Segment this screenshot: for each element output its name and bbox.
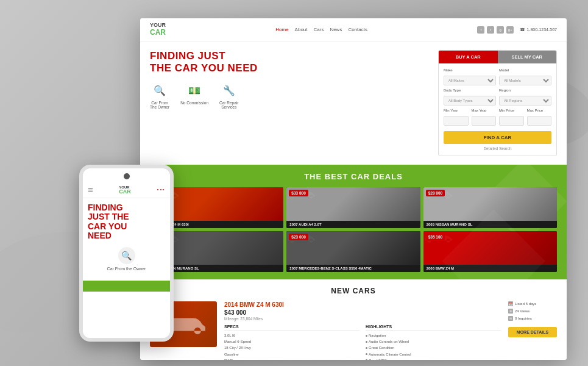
new-cars-title: NEW CARS — [150, 287, 557, 295]
phone-headline: FINDING JUST THE CAR YOU NEED — [88, 203, 165, 241]
nav-contacts[interactable]: Contacts — [348, 27, 367, 32]
listed-icon: 📅 — [508, 301, 513, 306]
commission-label: No Commission — [180, 101, 208, 105]
tab-sell-car[interactable]: SELL MY CAR — [498, 51, 557, 63]
model-label: Model — [499, 68, 551, 72]
phone-logo: YOUR CAR — [119, 185, 131, 195]
body-label: Body Type — [444, 88, 496, 92]
detailed-search-link[interactable]: Detailed Search — [444, 146, 551, 151]
specs-col: Specs 3.0L I6 Manual 6-Speed 18 City / 2… — [224, 325, 360, 360]
search-box: BUY A CAR SELL MY CAR Make All Makes Mod… — [438, 50, 557, 156]
phone-feature-icon: 🔍 — [118, 247, 135, 264]
phone-number: ☎ 1-800-1234-567 — [520, 27, 557, 32]
car-card-3[interactable]: $28 800 2005 NISSAN MURANO SL — [423, 187, 557, 228]
tab-buy-car[interactable]: BUY A CAR — [439, 51, 498, 63]
phone-content: FINDING JUST THE CAR YOU NEED 🔍 Car From… — [83, 198, 170, 276]
highlights-col: Highlights Navigation Audio Controls on … — [366, 325, 501, 360]
model-select[interactable]: All Models — [499, 76, 551, 85]
commission-icon: 💵 — [186, 82, 202, 98]
phone-more-icon[interactable]: ⋮ — [156, 185, 166, 194]
form-group-model: Model All Models — [499, 68, 551, 85]
phone-menu-icon[interactable]: ☰ — [88, 187, 93, 193]
make-select[interactable]: All Makes — [444, 76, 496, 85]
search-tabs: BUY A CAR SELL MY CAR — [439, 51, 556, 63]
min-year-label: Min Year — [444, 109, 469, 112]
new-car-price: $43 000 — [224, 309, 501, 316]
form-group-max-year: Max Year — [472, 109, 497, 126]
nav-news[interactable]: News — [330, 27, 342, 32]
feature-repair: 🔧 Car RepairServices — [219, 82, 238, 109]
phone-feature-label: Car From the Owner — [107, 267, 146, 271]
max-year-label: Max Year — [472, 109, 497, 112]
header-right: f t g g+ ☎ 1-800-1234-567 — [477, 26, 557, 34]
phone-header: ☰ YOUR CAR ⋮ — [83, 182, 170, 198]
car-info-6: 2006 BMW Z4 M — [423, 265, 557, 272]
dot-3 — [366, 347, 367, 349]
new-cars-section: NEW CARS 2014 BMW Z4 M 630I $43 000 Mile… — [140, 279, 567, 360]
owner-icon: 🔍 — [152, 82, 168, 98]
car-price-3: $28 800 — [426, 190, 445, 196]
new-car-mileage: Mileage: 23,804 Miles — [224, 317, 501, 321]
highlights-title: Highlights — [366, 325, 501, 331]
highlight-4: Automatic Climate Control — [366, 351, 501, 357]
site-logo[interactable]: YOUR CAR — [150, 23, 166, 37]
car-card-2[interactable]: $33 800 2007 AUDI A4 2.0T — [286, 187, 420, 228]
phone-camera — [124, 173, 130, 179]
car-card-5[interactable]: $23 000 2007 MERCEDES-BENZ S-CLASS S550 … — [286, 231, 420, 272]
form-row-body-region: Body Type All Body Types Region All Regi… — [444, 88, 551, 106]
hero-section: Finding Just The CAR You Need 🔍 Car From… — [140, 41, 567, 165]
specs-title: Specs — [224, 325, 360, 331]
form-group-body: Body Type All Body Types — [444, 88, 496, 106]
max-price-label: Max Price — [527, 109, 552, 112]
nav-about[interactable]: About — [295, 27, 308, 32]
form-row-make-model: Make All Makes Model All Models — [444, 68, 551, 85]
more-details-button[interactable]: MORE DETAILS — [508, 327, 557, 337]
twitter-icon[interactable]: t — [487, 26, 494, 34]
spec-3: 18 City / 28 Hwy — [224, 345, 360, 351]
repair-icon: 🔧 — [221, 82, 237, 98]
feature-owner: 🔍 Car FromThe Owner — [150, 82, 169, 109]
form-row-year: Min Year Max Year Min Price Max Price — [444, 109, 551, 126]
nav-home[interactable]: Home — [275, 27, 288, 32]
spec-2: Manual 6-Speed — [224, 339, 360, 345]
phone-green-bar — [83, 281, 170, 292]
new-car-name: 2014 BMW Z4 M 630I — [224, 301, 501, 308]
car-price-6: $35 100 — [426, 234, 445, 240]
max-year-input[interactable] — [472, 116, 497, 126]
feature-commission: 💵 No Commission — [180, 82, 208, 109]
nav-cars[interactable]: Cars — [314, 27, 324, 32]
owner-label: Car FromThe Owner — [150, 101, 169, 109]
find-car-button[interactable]: FIND A CAR — [444, 131, 551, 144]
form-group-min-price: Min Price — [499, 109, 524, 126]
max-price-input[interactable] — [527, 116, 552, 126]
body-select[interactable]: All Body Types — [444, 96, 496, 106]
form-group-min-year: Min Year — [444, 109, 469, 126]
dot-2 — [366, 341, 367, 343]
specs-highlights: Specs 3.0L I6 Manual 6-Speed 18 City / 2… — [224, 325, 501, 360]
highlight-1: Navigation — [366, 332, 501, 339]
min-year-input[interactable] — [444, 116, 469, 126]
min-price-label: Min Price — [499, 109, 524, 112]
highlight-2: Audio Controls on Wheel — [366, 339, 501, 345]
car-name-3: 2005 NISSAN MURANO SL — [427, 223, 554, 226]
region-select[interactable]: All Regions — [499, 96, 551, 106]
dot-1 — [366, 335, 367, 337]
spec-1: 3.0L I6 — [224, 332, 360, 339]
phone-screen: ☰ YOUR CAR ⋮ FINDING JUST THE CAR YOU NE… — [83, 182, 170, 338]
new-car-sidebar: 📅 Listed 5 days 👁 24 Views ✉ 0 Inquiries… — [508, 301, 557, 360]
region-label: Region — [499, 88, 551, 92]
car-card-6[interactable]: $35 100 2006 BMW Z4 M — [423, 231, 557, 272]
spec-5: RWD — [224, 357, 360, 360]
inquiries-icon: ✉ — [508, 316, 513, 321]
hero-features: 🔍 Car FromThe Owner 💵 No Commission 🔧 Ca… — [150, 82, 432, 109]
deals-section: THE BEST CAR DEALS $32 000 2014 BMW Z4 M… — [140, 165, 567, 279]
car-price-2: $33 800 — [289, 190, 308, 196]
min-price-input[interactable] — [499, 116, 524, 126]
gplus-icon[interactable]: g+ — [506, 26, 514, 34]
instagram-icon[interactable]: g — [497, 26, 504, 34]
phone-mockup: ☰ YOUR CAR ⋮ FINDING JUST THE CAR YOU NE… — [79, 165, 174, 342]
make-label: Make — [444, 68, 496, 72]
spec-4: Gasoline — [224, 351, 360, 357]
highlight-5: Good MPG — [366, 357, 501, 360]
facebook-icon[interactable]: f — [477, 26, 484, 34]
